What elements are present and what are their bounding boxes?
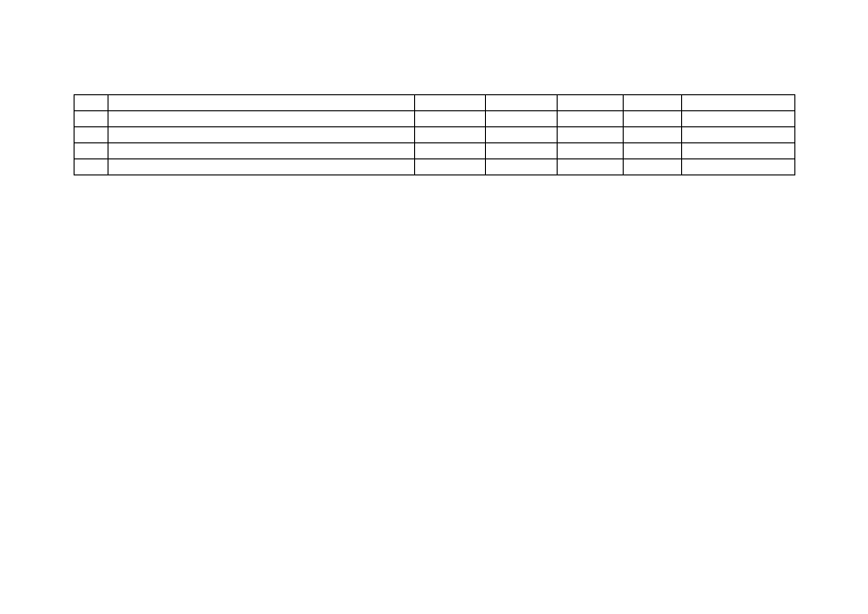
table-cell — [75, 111, 108, 127]
table-cell — [558, 143, 624, 159]
table-cell — [414, 143, 486, 159]
table-cell — [624, 143, 682, 159]
table-cell — [108, 143, 414, 159]
table-cell — [682, 159, 795, 175]
data-table — [74, 94, 795, 175]
table-cell — [414, 159, 486, 175]
table-row — [75, 143, 795, 159]
table-cell — [75, 127, 108, 143]
table-cell — [486, 143, 558, 159]
table-cell — [414, 95, 486, 111]
table-row — [75, 159, 795, 175]
table-cell — [108, 127, 414, 143]
table-cell — [486, 127, 558, 143]
table-cell — [75, 159, 108, 175]
table-cell — [486, 111, 558, 127]
table-cell — [414, 127, 486, 143]
table-cell — [108, 111, 414, 127]
table-cell — [108, 95, 414, 111]
table-cell — [682, 111, 795, 127]
table-cell — [558, 95, 624, 111]
table-cell — [682, 143, 795, 159]
table-cell — [486, 95, 558, 111]
table-cell — [682, 95, 795, 111]
table-cell — [624, 111, 682, 127]
table-row — [75, 127, 795, 143]
table-cell — [486, 159, 558, 175]
table-cell — [624, 127, 682, 143]
table-cell — [624, 159, 682, 175]
table-cell — [558, 127, 624, 143]
table-cell — [682, 127, 795, 143]
table-cell — [624, 95, 682, 111]
table-row — [75, 95, 795, 111]
table-cell — [75, 95, 108, 111]
table-cell — [558, 111, 624, 127]
table-cell — [558, 159, 624, 175]
table-cell — [75, 143, 108, 159]
table-cell — [414, 111, 486, 127]
table-cell — [108, 159, 414, 175]
table-row — [75, 111, 795, 127]
table-container — [74, 94, 795, 175]
